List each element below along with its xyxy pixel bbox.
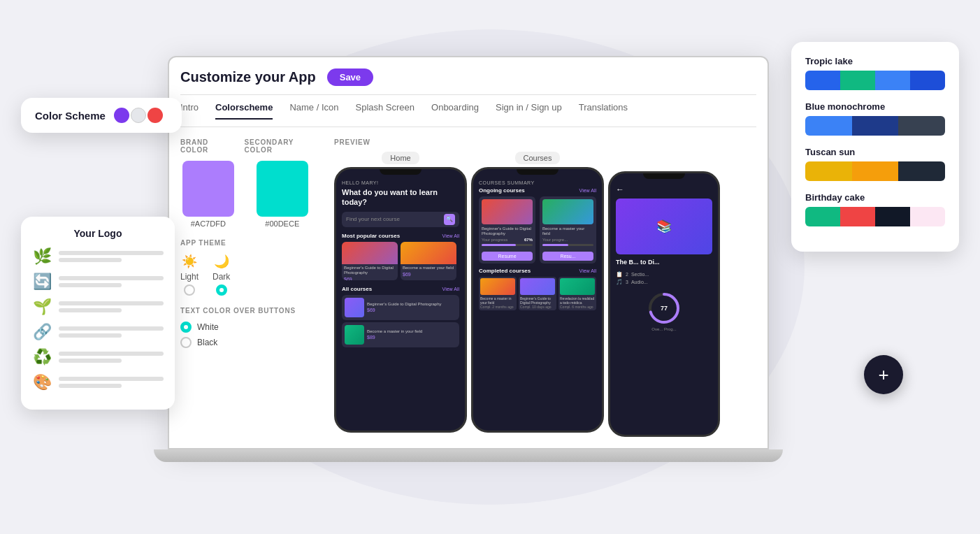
completed-title-2: Beginner's Guide to Digital Photography — [520, 296, 555, 305]
ongoing-progress-row-2: Your progre... — [542, 238, 593, 242]
phone2-screen: COURSES SUMMARY Ongoing courses View All — [473, 169, 602, 431]
view-all-completed[interactable]: View All — [579, 268, 596, 273]
ongoing-courses: Beginner's Guide to Digital Photography … — [479, 196, 596, 264]
logo-row-5: ♻️ — [32, 348, 164, 366]
tab-sign-in[interactable]: Sign in / Sign up — [496, 102, 562, 120]
completed-card-1[interactable]: Become a master in your field Compl. 2 m… — [479, 277, 517, 310]
phone1-wrapper: Home HELLO MARY! What do you want to lea… — [334, 152, 467, 433]
course-card-2[interactable]: Become a master your field $69 — [401, 242, 456, 280]
completed-card-3[interactable]: Revelacion la realidad a todo médica Com… — [559, 277, 596, 310]
audio-icon: 🎵 — [616, 279, 623, 285]
palette-blue-mono[interactable]: Blue monochrome — [805, 101, 945, 136]
search-bar[interactable]: Find your next course 🔍 — [342, 212, 459, 227]
phone2: COURSES SUMMARY Ongoing courses View All — [471, 167, 604, 433]
palette-color — [805, 161, 852, 181]
theme-option-dark[interactable]: 🌙 Dark — [212, 254, 230, 296]
brand-color-wrap: #AC7DFD — [180, 161, 236, 228]
radio-dark[interactable] — [216, 284, 227, 296]
palette-tuscan-sun[interactable]: Tuscan sun — [805, 147, 945, 181]
all-course-img-1 — [345, 298, 364, 317]
all-course-2[interactable]: Become a master in your field $89 — [342, 322, 459, 347]
phone3-wrapper: ← 📚 The B... to Di... 📋 2 Sectio... — [608, 152, 720, 437]
tab-name-icon[interactable]: Name / Icon — [289, 102, 338, 120]
logo-row-6: 🎨 — [32, 373, 164, 391]
tab-intro[interactable]: Intro — [180, 102, 199, 120]
brand-color-swatch[interactable] — [182, 161, 234, 217]
progress-bar-2 — [542, 244, 593, 246]
laptop-wrapper: Customize your App Save Intro Colorschem… — [168, 56, 769, 462]
course-card-1[interactable]: Beginner's Guide to Digital Photography … — [342, 242, 398, 280]
ongoing-card-1[interactable]: Beginner's Guide to Digital Photography … — [479, 196, 535, 264]
text-color-white-label: White — [197, 322, 219, 332]
nav-tabs: Intro Colorscheme Name / Icon Splash Scr… — [180, 95, 756, 127]
ongoing-img-1 — [482, 199, 533, 224]
phone1: HELLO MARY! What do you want to learn to… — [334, 167, 467, 433]
view-all-all[interactable]: View All — [442, 287, 459, 291]
plus-button[interactable]: + — [864, 355, 903, 394]
tab-onboarding[interactable]: Onboarding — [431, 102, 479, 120]
logo-line-4 — [59, 326, 164, 331]
phone3-back[interactable]: ← — [616, 185, 712, 194]
palette-tropic-lake[interactable]: Tropic lake — [805, 56, 945, 90]
view-all-popular[interactable]: View All — [442, 233, 459, 238]
palette-color — [910, 207, 945, 226]
phone3-progress-container: 77 — [616, 291, 712, 326]
phone1-screen: HELLO MARY! What do you want to learn to… — [336, 169, 465, 431]
palette-color — [852, 116, 899, 136]
ongoing-title-1: Beginner's Guide to Digital Photography — [482, 226, 533, 236]
save-button[interactable]: Save — [327, 68, 373, 86]
all-course-1[interactable]: Beginner's Guide to Digital Photography … — [342, 295, 459, 320]
tab-splash-screen[interactable]: Splash Screen — [355, 102, 415, 120]
popular-section-row: Most popular courses View All — [342, 233, 459, 239]
theme-option-light[interactable]: ☀️ Light — [180, 254, 199, 296]
course-card-text-2: Become a master your field — [401, 264, 456, 272]
phone3-audio: 🎵 3 Audio... — [616, 279, 712, 285]
search-placeholder: Find your next course — [346, 216, 441, 222]
secondary-color-swatch[interactable] — [257, 161, 308, 217]
completed-title-1: Become a master in your field — [480, 296, 515, 305]
text-color-white-option[interactable]: White — [180, 322, 320, 333]
logo-row-4: 🔗 — [32, 323, 164, 341]
preview-label: PREVIEW — [334, 138, 756, 146]
ongoing-card-2[interactable]: Become a master your field Your progre..… — [540, 196, 596, 264]
radio-black[interactable] — [180, 337, 192, 348]
logo-line-short-5 — [59, 359, 122, 363]
completed-card-2[interactable]: Beginner's Guide to Digital Photography … — [519, 277, 556, 310]
scheme-dots — [114, 108, 163, 123]
tab-translations[interactable]: Translations — [579, 102, 628, 120]
sections-count: 2 — [626, 272, 628, 277]
logo-row-1: 🌿 — [32, 247, 164, 266]
tab-colorscheme[interactable]: Colorscheme — [215, 102, 273, 120]
theme-dark-label: Dark — [212, 272, 230, 282]
text-color-black-option[interactable]: Black — [180, 337, 320, 348]
radio-light[interactable] — [184, 284, 195, 296]
secondary-color-label: SECONDARY COLOR — [245, 138, 320, 154]
completed-ago-1: Compl. 2 months ago — [480, 305, 515, 309]
secondary-color-wrap: #00DECE — [245, 161, 320, 228]
preview-area: PREVIEW Home HELLO MARY! What — [334, 138, 756, 437]
all-course-info-2: Become a master in your field $89 — [367, 329, 456, 340]
logo-line-short-2 — [59, 283, 122, 287]
completed-ago-3: Compl. 6 months ago — [560, 305, 595, 309]
resume-btn-1[interactable]: Resume — [482, 252, 533, 261]
main-content: BRAND COLOR #AC7DFD SECONDARY COLOR #00D… — [180, 138, 756, 437]
radio-dark-inner — [219, 288, 224, 292]
radio-white-inner — [184, 325, 188, 329]
radio-white[interactable] — [180, 322, 192, 333]
leaf-icon: 🌿 — [32, 247, 52, 266]
palette-color — [805, 116, 852, 136]
color-scheme-card: Color Scheme — [21, 98, 182, 133]
search-icon-btn[interactable]: 🔍 — [444, 214, 455, 225]
palette-birthday-cake[interactable]: Birthday cake — [805, 192, 945, 226]
logo-row-2: 🔄 — [32, 273, 164, 291]
resume-btn-2[interactable]: Resu... — [542, 252, 593, 261]
view-all-ongoing[interactable]: View All — [579, 188, 596, 193]
recycle-icon: ♻️ — [32, 348, 52, 366]
phone3-progress-value: 77 — [661, 305, 668, 312]
completed-img-1 — [480, 278, 515, 295]
completed-grid: Become a master in your field Compl. 2 m… — [479, 277, 596, 310]
progress-bar-1 — [482, 244, 533, 246]
palette-color — [840, 207, 875, 226]
completed-ago-2: Compl. 10 days ago — [520, 305, 555, 309]
completed-title-3: Revelacion la realidad a todo médica — [560, 296, 595, 305]
